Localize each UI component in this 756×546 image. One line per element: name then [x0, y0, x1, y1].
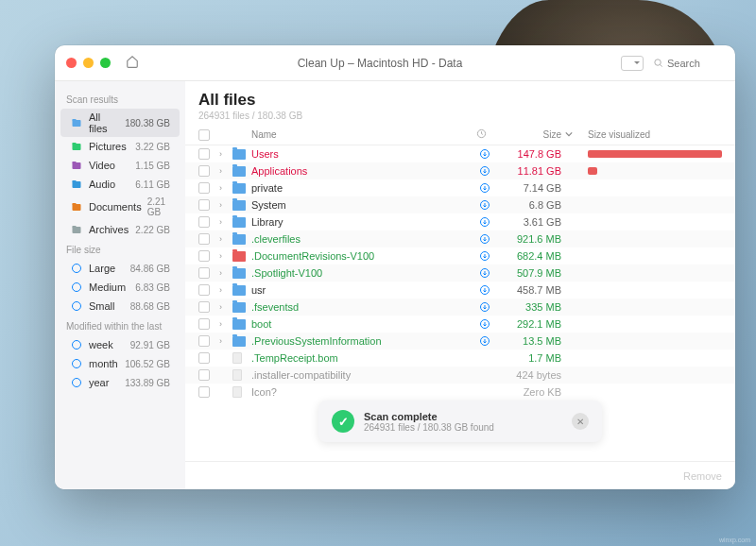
svg-rect-3	[73, 144, 81, 150]
sidebar-item-audio[interactable]: Audio6.11 GB	[60, 175, 180, 194]
expand-icon[interactable]: ›	[219, 251, 229, 261]
cloud-download-icon[interactable]	[478, 164, 491, 178]
row-checkbox[interactable]	[198, 284, 210, 296]
row-checkbox[interactable]	[198, 386, 210, 398]
row-checkbox[interactable]	[198, 250, 210, 262]
col-name[interactable]: Name	[251, 129, 472, 140]
sidebar-item-pictures[interactable]: Pictures3.22 GB	[60, 137, 180, 156]
row-checkbox[interactable]	[198, 352, 210, 364]
table-row[interactable]: ›.fseventsd335 MB	[185, 299, 735, 316]
row-checkbox[interactable]	[198, 267, 210, 279]
expand-icon[interactable]: ›	[219, 336, 229, 346]
table-row[interactable]: ›usr458.7 MB	[185, 282, 735, 299]
view-mode-toggle[interactable]	[621, 56, 644, 71]
table-row[interactable]: ›.Spotlight-V100507.9 MB	[185, 264, 735, 282]
minimize-window-button[interactable]	[83, 58, 94, 68]
sidebar-item-medium[interactable]: Medium6.83 GB	[60, 278, 180, 297]
row-checkbox[interactable]	[198, 233, 210, 245]
table-row[interactable]: ›System6.8 GB	[185, 196, 735, 213]
cloud-download-icon	[478, 368, 491, 382]
expand-icon[interactable]: ›	[219, 217, 229, 227]
sidebar-item-large[interactable]: Large84.86 GB	[60, 259, 180, 278]
row-checkbox[interactable]	[198, 148, 210, 160]
row-checkbox[interactable]	[198, 199, 210, 211]
row-checkbox[interactable]	[198, 216, 210, 228]
row-size: 7.14 GB	[495, 182, 561, 194]
table-row[interactable]: ›Applications11.81 GB	[185, 162, 735, 179]
table-row[interactable]: ›Users147.8 GB	[185, 145, 735, 162]
expand-icon[interactable]: ›	[219, 234, 229, 244]
cloud-download-icon[interactable]	[478, 283, 491, 297]
folder-icon	[232, 234, 246, 245]
expand-icon[interactable]: ›	[219, 200, 229, 210]
table-row[interactable]: ›.DocumentRevisions-V100682.4 MB	[185, 247, 735, 264]
cloud-download-icon	[478, 385, 491, 399]
cloud-download-icon	[478, 351, 491, 365]
remove-button[interactable]: Remove	[683, 470, 722, 482]
row-checkbox[interactable]	[198, 165, 210, 177]
expand-icon[interactable]: ›	[219, 149, 229, 159]
row-checkbox[interactable]	[198, 335, 210, 347]
table-row[interactable]: Icon?Zero KB	[185, 384, 735, 401]
expand-icon[interactable]: ›	[219, 319, 229, 329]
traffic-lights	[66, 58, 111, 68]
page-title: All files	[198, 91, 722, 110]
row-checkbox[interactable]	[198, 182, 210, 194]
row-checkbox[interactable]	[198, 318, 210, 330]
sidebar-item-small[interactable]: Small88.68 GB	[60, 297, 180, 316]
sidebar-item-label: Audio	[89, 179, 129, 190]
cloud-download-icon[interactable]	[478, 147, 491, 161]
cloud-download-icon[interactable]	[478, 198, 491, 212]
row-checkbox[interactable]	[198, 301, 210, 313]
allfiles-icon	[70, 116, 83, 129]
row-size: 3.61 GB	[495, 216, 561, 228]
col-size-visualized[interactable]: Size visualized	[580, 129, 722, 140]
toast-close-button[interactable]: ✕	[572, 413, 589, 430]
select-all-checkbox[interactable]	[198, 129, 210, 141]
table-row[interactable]: ›Library3.61 GB	[185, 213, 735, 230]
sidebar-item-label: All files	[89, 111, 119, 134]
col-size[interactable]: Size	[495, 129, 561, 140]
svg-rect-9	[73, 204, 81, 211]
sidebar-item-month[interactable]: month106.52 GB	[60, 354, 180, 373]
search-input[interactable]	[667, 58, 724, 69]
cloud-download-icon[interactable]	[478, 334, 491, 348]
expand-icon[interactable]: ›	[219, 268, 229, 278]
maximize-window-button[interactable]	[100, 58, 111, 68]
table-row[interactable]: ›private7.14 GB	[185, 179, 735, 196]
table-row[interactable]: .installer-compatibility424 bytes	[185, 367, 735, 384]
table-row[interactable]: ›.cleverfiles921.6 MB	[185, 230, 735, 247]
cloud-download-icon[interactable]	[478, 249, 491, 263]
cloud-download-icon[interactable]	[478, 317, 491, 331]
svg-rect-6	[73, 162, 77, 163]
main-panel: All files 264931 files / 180.38 GB Name …	[185, 81, 735, 489]
row-checkbox[interactable]	[198, 369, 210, 381]
expand-icon[interactable]: ›	[219, 302, 229, 312]
sidebar-item-week[interactable]: week92.91 GB	[60, 335, 180, 354]
folder-icon	[232, 302, 246, 313]
cloud-download-icon[interactable]	[478, 215, 491, 229]
expand-icon[interactable]: ›	[219, 166, 229, 176]
cloud-download-icon[interactable]	[478, 266, 491, 280]
table-row[interactable]: ›boot292.1 MB	[185, 316, 735, 333]
expand-icon[interactable]: ›	[219, 183, 229, 193]
cloud-download-icon[interactable]	[478, 181, 491, 195]
folder-icon	[232, 217, 246, 228]
radio-icon	[70, 281, 83, 294]
folder-icon	[232, 251, 246, 262]
row-name: .installer-compatibility	[251, 369, 474, 381]
search-field[interactable]	[653, 58, 724, 69]
sidebar-item-video[interactable]: Video1.15 GB	[60, 156, 180, 175]
sidebar-item-documents[interactable]: Documents2.21 GB	[60, 194, 180, 220]
cloud-download-icon[interactable]	[478, 232, 491, 246]
table-row[interactable]: ›.PreviousSystemInformation13.5 MB	[185, 333, 735, 350]
sidebar-item-archives[interactable]: Archives2.22 GB	[60, 220, 180, 239]
sidebar-item-all-files[interactable]: All files180.38 GB	[60, 109, 180, 137]
close-window-button[interactable]	[66, 58, 77, 68]
table-row[interactable]: .TempReceipt.bom1.7 MB	[185, 350, 735, 367]
home-icon[interactable]	[126, 55, 139, 72]
cloud-download-icon[interactable]	[478, 300, 491, 314]
svg-rect-1	[73, 120, 81, 127]
expand-icon[interactable]: ›	[219, 285, 229, 295]
sidebar-item-year[interactable]: year133.89 GB	[60, 373, 180, 392]
